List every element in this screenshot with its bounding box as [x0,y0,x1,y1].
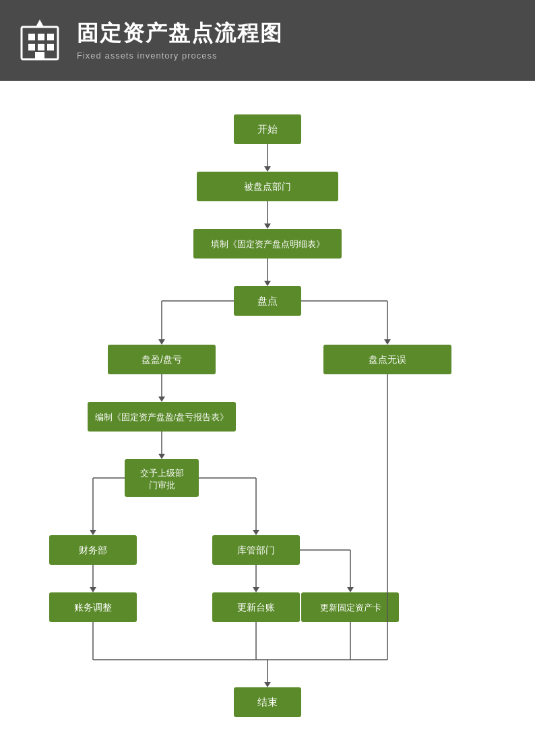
svg-marker-23 [158,397,165,402]
label-end: 结束 [257,696,278,708]
svg-marker-38 [347,587,354,592]
label-surplus-loss: 盘盈/盘亏 [141,354,182,365]
label-finance: 财务部 [79,545,107,555]
svg-marker-15 [264,281,271,286]
svg-rect-7 [35,52,44,59]
page-title: 固定资产盘点流程图 [77,20,283,46]
svg-marker-28 [90,530,96,535]
svg-rect-6 [47,44,54,50]
flowchart-svg: 开始 被盘点部门 填制《固定资产盘点明细表》 盘点 盘盈/盘亏 [13,101,522,747]
svg-rect-4 [28,44,35,50]
page-header: 固定资产盘点流程图 Fixed assets inventory process [0,0,535,81]
label-update-card: 更新固定资产卡 [320,603,381,613]
label-accounting-adjust: 账务调整 [74,602,112,613]
label-start: 开始 [257,123,278,135]
svg-marker-13 [264,224,271,229]
svg-marker-44 [264,682,271,687]
header-text-group: 固定资产盘点流程图 Fixed assets inventory process [77,20,283,60]
svg-marker-31 [253,530,259,535]
svg-marker-35 [253,587,259,592]
svg-marker-33 [90,587,96,592]
label-update-ledger: 更新台账 [237,602,275,613]
building-icon [16,17,63,64]
svg-marker-21 [384,339,391,345]
label-inventory: 盘点 [257,295,278,306]
svg-marker-11 [264,166,271,172]
label-compile-report: 编制《固定资产盘盈/盘亏报告表》 [95,413,228,422]
label-warehouse: 库管部门 [237,545,275,555]
label-no-error: 盘点无误 [369,354,406,365]
svg-rect-1 [28,34,35,40]
page-subtitle: Fixed assets inventory process [77,50,283,61]
label-submit-approval: 交予上级部 [140,468,184,478]
svg-marker-18 [158,339,165,345]
label-fill-form: 填制《固定资产盘点明细表》 [210,239,325,249]
label-submit-approval2: 门审批 [149,480,175,490]
svg-marker-9 [36,20,44,27]
svg-marker-25 [158,454,165,459]
flowchart-area: 开始 被盘点部门 填制《固定资产盘点明细表》 盘点 盘盈/盘亏 [0,81,535,756]
label-dept: 被盘点部门 [244,181,291,192]
svg-rect-5 [38,44,44,50]
svg-rect-2 [38,34,44,40]
node-submit-approval [125,459,199,497]
svg-rect-3 [47,34,54,40]
